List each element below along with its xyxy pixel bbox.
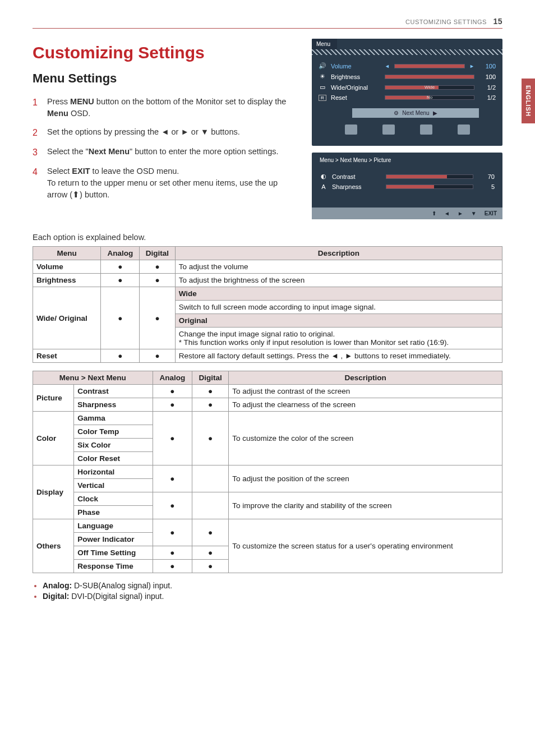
col-analog: Analog bbox=[153, 371, 192, 385]
volume-icon: 🔊 bbox=[319, 62, 326, 70]
osd-row-brightness: ☀ Brightness 100 bbox=[319, 71, 496, 82]
brightness-icon: ☀ bbox=[319, 73, 326, 80]
mode-icon bbox=[420, 125, 432, 135]
reset-icon: R bbox=[319, 95, 326, 101]
row-clock: Clock ● To improve the clarity and stabi… bbox=[33, 492, 502, 506]
right-arrow-icon: ► bbox=[458, 210, 463, 216]
row-reset: Reset ● ● Restore all factory default se… bbox=[33, 349, 502, 363]
row-brightness: Brightness ● ● To adjust the brightness … bbox=[33, 274, 502, 287]
page-header: CUSTOMIZING SETTINGS 15 bbox=[33, 17, 502, 29]
osd-menu-screenshot: Menu 🔊 Volume ◄ ► 100 ☀ Brightness bbox=[312, 39, 502, 146]
col-analog: Analog bbox=[101, 247, 140, 260]
osd-row-reset: R Reset No 1/2 bbox=[319, 93, 496, 103]
row-wide-header: Wide/ Original ● ● Wide bbox=[33, 287, 502, 301]
note-digital: Digital: DVI-D(Digital signal) input. bbox=[43, 592, 502, 601]
up-arrow-icon: ⬆ bbox=[432, 210, 436, 216]
nextmenu-options-table: Menu > Next Menu Analog Digital Descript… bbox=[33, 371, 502, 573]
row-contrast: Picture Contrast ● ● To adjust the contr… bbox=[33, 385, 502, 398]
osd-nav-row: ⬆ ◄ ► ▼ EXIT bbox=[312, 208, 502, 219]
down-arrow-icon: ▼ bbox=[471, 210, 477, 216]
col-description: Description bbox=[229, 371, 502, 385]
col-menu: Menu bbox=[33, 247, 101, 260]
row-sharpness: Sharpness ● ● To adjust the clearness of… bbox=[33, 398, 502, 412]
row-horizontal: Display Horizontal ● To adjust the posit… bbox=[33, 465, 502, 479]
contrast-icon: ◐ bbox=[320, 173, 328, 180]
row-volume: Volume ● ● To adjust the volume bbox=[33, 260, 502, 274]
osd-mode-icons bbox=[319, 121, 496, 138]
mode-icon bbox=[382, 125, 395, 135]
col-digital: Digital bbox=[140, 247, 176, 260]
col-nextmenu: Menu > Next Menu bbox=[33, 371, 153, 385]
step-4: 4Select EXIT to leave the OSD menu.To re… bbox=[33, 165, 299, 201]
osd-submenu-screenshot: Menu > Next Menu > Picture ◐ Contrast 70… bbox=[312, 153, 502, 219]
left-arrow-icon: ◄ bbox=[444, 210, 450, 216]
page-title: Customizing Settings bbox=[33, 43, 299, 62]
section-name: CUSTOMIZING SETTINGS bbox=[405, 19, 487, 25]
row-language: Others Language ● ● To customize the scr… bbox=[33, 519, 502, 533]
note-analog: Analog: D-SUB(Analog signal) input. bbox=[43, 581, 502, 590]
row-gamma: Color Gamma ● ● To customize the color o… bbox=[33, 412, 502, 425]
aspect-icon: ▭ bbox=[319, 84, 326, 91]
step-3: 3Select the "Next Menu" button to enter … bbox=[33, 146, 299, 159]
mode-icon bbox=[458, 125, 470, 135]
osd-next-menu-bar: ⚙ Next Menu ▶ bbox=[352, 108, 479, 118]
sharpness-icon: A bbox=[320, 183, 328, 190]
osd-tab: Menu bbox=[312, 39, 337, 49]
exit-label: EXIT bbox=[485, 210, 497, 216]
instruction-list: 1Press MENU button on the bottom of the … bbox=[33, 96, 299, 201]
osd-row-wideoriginal: ▭ Wide/Original Wide 1/2 bbox=[319, 82, 496, 93]
col-description: Description bbox=[175, 247, 502, 260]
col-digital: Digital bbox=[192, 371, 229, 385]
osd-row-contrast: ◐ Contrast 70 bbox=[320, 171, 495, 182]
osd-row-sharpness: A Sharpness 5 bbox=[320, 182, 495, 192]
step-1: 1Press MENU button on the bottom of the … bbox=[33, 96, 299, 119]
mode-icon bbox=[345, 125, 357, 135]
step-2: 2Set the options by pressing the ◄ or ► … bbox=[33, 126, 299, 139]
footnotes: Analog: D-SUB(Analog signal) input. Digi… bbox=[33, 581, 502, 601]
osd-breadcrumb: Menu > Next Menu > Picture bbox=[312, 153, 502, 168]
osd-row-volume: 🔊 Volume ◄ ► 100 bbox=[319, 61, 496, 71]
menu-options-table: Menu Analog Digital Description Volume ●… bbox=[33, 246, 502, 363]
gear-icon: ⚙ bbox=[394, 110, 399, 116]
triangle-right-icon: ▶ bbox=[433, 110, 437, 116]
page-number: 15 bbox=[493, 17, 502, 26]
section-subtitle: Menu Settings bbox=[33, 71, 299, 86]
table-intro: Each option is explained below. bbox=[33, 233, 502, 242]
